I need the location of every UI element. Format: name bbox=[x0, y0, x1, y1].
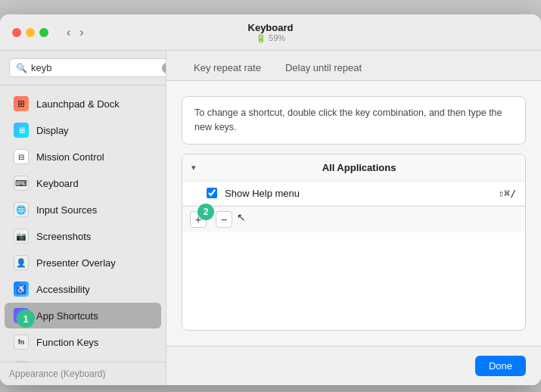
sidebar-label-launchpad-dock: Launchpad & Dock bbox=[36, 98, 120, 110]
sidebar-item-display[interactable]: 🖥 Display bbox=[5, 117, 161, 143]
search-bar: 🔍 × bbox=[0, 51, 166, 86]
content-area: Key repeat rate Delay until repeat To ch… bbox=[166, 51, 541, 385]
sidebar-bottom: Appearance (Keyboard) bbox=[0, 362, 166, 385]
main-layout: 🔍 × ⊞ Launchpad & Dock 🖥 bbox=[0, 51, 541, 385]
sidebar-label-display: Display bbox=[36, 125, 69, 136]
display-icon: 🖥 bbox=[14, 123, 29, 138]
keyboard-settings-window: ‹ › Keyboard 🔋 59% 🔍 × bbox=[0, 14, 541, 385]
shortcuts-toolbar: + 2 − ↖ bbox=[182, 206, 525, 232]
screenshots-icon: 📷 bbox=[14, 229, 29, 244]
sidebar-item-mission-control[interactable]: ⊟ Mission Control bbox=[5, 144, 161, 170]
group-label: All Applications bbox=[202, 162, 516, 173]
sidebar-item-screenshots[interactable]: 📷 Screenshots bbox=[5, 223, 161, 249]
sidebar-list: ⊞ Launchpad & Dock 🖥 Display ⊟ Mis bbox=[0, 86, 166, 362]
shortcut-label: Show Help menu bbox=[225, 188, 491, 199]
presenter-overlay-icon: 👤 bbox=[14, 255, 29, 270]
search-input[interactable] bbox=[31, 62, 158, 73]
sidebar-item-input-sources[interactable]: 🌐 Input Sources bbox=[5, 197, 161, 222]
tab-key-repeat[interactable]: Key repeat rate bbox=[182, 56, 273, 81]
input-sources-icon: 🌐 bbox=[14, 202, 29, 217]
app-shortcuts-icon: A 1 bbox=[14, 308, 29, 323]
back-button[interactable]: ‹ bbox=[64, 24, 73, 41]
shortcut-key: ⇧⌘/ bbox=[499, 188, 516, 199]
sidebar-label-function-keys: Function Keys bbox=[36, 337, 98, 348]
content-body: To change a shortcut, double click the k… bbox=[166, 81, 541, 346]
cursor-indicator: ↖ bbox=[237, 211, 246, 228]
search-icon: 🔍 bbox=[16, 63, 27, 73]
sidebar-label-mission-control: Mission Control bbox=[36, 151, 104, 163]
traffic-lights bbox=[12, 28, 48, 37]
sidebar-label-keyboard: Keyboard bbox=[36, 178, 79, 189]
function-keys-icon: fn bbox=[14, 334, 29, 350]
shortcut-row: Show Help menu ⇧⌘/ bbox=[182, 182, 525, 206]
shortcut-checkbox[interactable] bbox=[207, 188, 217, 198]
info-box: To change a shortcut, double click the k… bbox=[182, 96, 526, 145]
battery-status: 🔋 59% bbox=[248, 33, 294, 43]
shortcuts-panel: ▾ All Applications Show Help menu ⇧⌘/ + … bbox=[182, 154, 526, 331]
maximize-button[interactable] bbox=[39, 28, 48, 37]
sidebar-label-accessibility: Accessibility bbox=[36, 284, 90, 295]
tab-delay-repeat[interactable]: Delay until repeat bbox=[273, 56, 374, 81]
info-text: To change a shortcut, double click the k… bbox=[194, 107, 502, 132]
chevron-down-icon[interactable]: ▾ bbox=[191, 163, 196, 173]
keyboard-icon: ⌨ bbox=[14, 176, 29, 191]
content-tabs: Key repeat rate Delay until repeat bbox=[166, 51, 541, 81]
close-button[interactable] bbox=[12, 28, 21, 37]
shortcuts-header: ▾ All Applications bbox=[182, 154, 525, 182]
sidebar-item-launchpad-dock[interactable]: ⊞ Launchpad & Dock bbox=[5, 91, 161, 117]
sidebar-label-app-shortcuts: App Shortcuts bbox=[36, 310, 98, 322]
sidebar-label-input-sources: Input Sources bbox=[36, 204, 97, 216]
forward-button[interactable]: › bbox=[76, 24, 86, 41]
sidebar: 🔍 × ⊞ Launchpad & Dock 🖥 bbox=[0, 51, 166, 385]
content-footer: Done bbox=[166, 346, 541, 385]
accessibility-icon: ♿ bbox=[14, 282, 29, 297]
remove-shortcut-button[interactable]: − bbox=[216, 211, 232, 228]
mission-control-icon: ⊟ bbox=[14, 149, 29, 164]
done-button[interactable]: Done bbox=[475, 356, 526, 376]
sidebar-item-accessibility[interactable]: ♿ Accessibility bbox=[5, 276, 161, 302]
launchpad-icon: ⊞ bbox=[14, 96, 29, 111]
titlebar-center: Keyboard 🔋 59% bbox=[248, 22, 294, 43]
sidebar-label-screenshots: Screenshots bbox=[36, 231, 91, 242]
sidebar-item-presenter-overlay[interactable]: 👤 Presenter Overlay bbox=[5, 250, 161, 275]
titlebar: ‹ › Keyboard 🔋 59% bbox=[0, 14, 541, 51]
minimize-button[interactable] bbox=[26, 28, 35, 37]
window-title: Keyboard bbox=[248, 22, 294, 33]
nav-buttons: ‹ › bbox=[64, 24, 87, 41]
sidebar-item-function-keys[interactable]: fn Function Keys bbox=[5, 329, 161, 355]
sidebar-item-app-shortcuts[interactable]: A 1 App Shortcuts bbox=[5, 303, 161, 328]
search-input-wrap[interactable]: 🔍 × bbox=[9, 58, 166, 77]
add-shortcut-button[interactable]: + bbox=[190, 211, 207, 228]
sidebar-item-modifier-keys[interactable]: ⬆ Modifier Keys bbox=[5, 356, 161, 362]
sidebar-label-presenter-overlay: Presenter Overlay bbox=[36, 257, 116, 269]
sidebar-item-keyboard[interactable]: ⌨ Keyboard bbox=[5, 170, 161, 196]
